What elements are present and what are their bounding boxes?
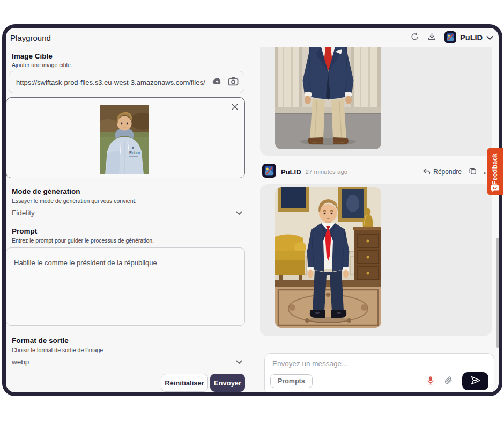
message-actions: Répondre [423, 167, 492, 177]
reply-button[interactable]: Répondre [423, 167, 462, 177]
attach-file-button[interactable] [444, 376, 453, 386]
generation-mode-label: Mode de génération [12, 187, 80, 195]
generation-mode-select[interactable]: Fidelity [9, 206, 244, 220]
output-format-select[interactable]: webp [9, 355, 244, 369]
reply-label: Répondre [433, 168, 462, 176]
prompt-textarea[interactable]: Habille le comme le président de la répu… [6, 247, 245, 326]
copy-button[interactable] [469, 167, 477, 177]
feedback-chat-icon [491, 185, 499, 194]
submit-button[interactable]: Envoyer [210, 374, 245, 392]
message-timestamp: 27 minutes ago [306, 169, 348, 175]
target-image-hint: Ajouter une image cible. [12, 62, 72, 68]
message-composer: Prompts [264, 353, 494, 392]
target-image-url-input[interactable] [16, 78, 205, 86]
app-window: Playground [2, 24, 502, 396]
chat-message-card [260, 47, 492, 156]
composer-icons [426, 372, 488, 390]
prompt-label: Prompt [12, 227, 37, 235]
pulid-app-icon [444, 31, 456, 45]
model-selector[interactable]: PuLID [444, 31, 493, 45]
model-name: PuLID [460, 33, 483, 42]
chat-message-header: PuLID 27 minutes ago Répondre [262, 164, 492, 180]
microphone-button[interactable] [426, 375, 435, 388]
send-message-button[interactable] [462, 372, 488, 390]
top-bar: Playground [6, 28, 499, 47]
cloud-upload-icon [211, 77, 223, 87]
composer-toolbar: Prompts [270, 372, 488, 390]
message-author: PuLID [281, 168, 301, 176]
close-icon [231, 103, 239, 113]
chat-message-card [260, 184, 492, 336]
microphone-icon [426, 375, 435, 388]
target-image-label: Image Cible [12, 52, 53, 60]
camera-icon [228, 77, 239, 87]
pulid-avatar [262, 164, 276, 180]
prompts-button[interactable]: Prompts [270, 374, 313, 388]
target-image-url-field [9, 71, 244, 93]
copy-icon [469, 167, 477, 177]
chat-scrollbar-thumb[interactable] [496, 238, 499, 348]
chevron-down-icon [486, 34, 493, 42]
target-image-thumbnail: Robor [100, 105, 149, 174]
output-format-label: Format de sortie [12, 337, 69, 345]
target-image-preview-box: Robor [6, 97, 245, 178]
output-format-value: webp [12, 358, 29, 366]
paperclip-icon [444, 376, 453, 386]
refresh-icon [410, 32, 419, 43]
output-format-hint: Choisir le format de sortie de l'image [12, 347, 103, 353]
generation-mode-value: Fidelity [12, 209, 35, 217]
shirt-logo-text: Robor [129, 151, 140, 155]
page-title: Playground [10, 33, 51, 42]
remove-image-button[interactable] [230, 103, 240, 112]
generated-image-suit-man[interactable] [275, 47, 381, 149]
screen: Playground [0, 0, 504, 423]
window-content: Playground [6, 28, 499, 392]
upload-button[interactable] [211, 77, 223, 87]
download-button[interactable] [427, 32, 436, 43]
generation-mode-hint: Essayer le mode de génération qui vous c… [12, 198, 136, 204]
reply-icon [423, 167, 431, 177]
refresh-button[interactable] [410, 32, 419, 43]
topbar-actions: PuLID [410, 31, 493, 45]
feedback-tab[interactable]: Feedback [487, 148, 503, 195]
message-input[interactable] [272, 360, 433, 368]
chevron-down-icon [236, 358, 242, 366]
chevron-down-icon [236, 209, 242, 217]
download-icon [427, 32, 436, 43]
generated-image-suit-boy[interactable] [275, 187, 381, 328]
reset-button[interactable]: Réinitialiser [161, 374, 208, 392]
prompt-hint: Entrez le prompt pour guider le processu… [12, 237, 154, 244]
feedback-label: Feedback [491, 153, 499, 185]
camera-button[interactable] [228, 77, 239, 87]
send-icon [470, 375, 481, 388]
